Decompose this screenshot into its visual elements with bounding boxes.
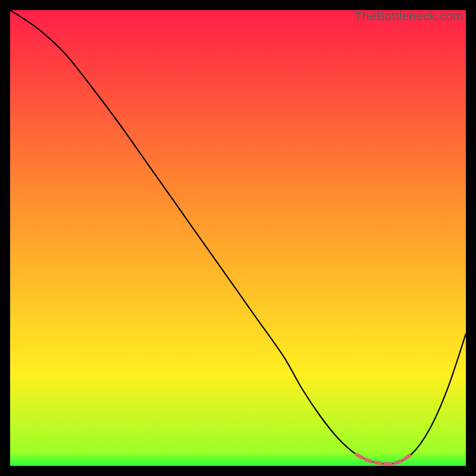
plot-area: TheBottleneck.com — [10, 10, 466, 466]
bottleneck-chart — [10, 10, 466, 466]
watermark-text: TheBottleneck.com — [355, 9, 464, 23]
gradient-background — [10, 10, 466, 466]
